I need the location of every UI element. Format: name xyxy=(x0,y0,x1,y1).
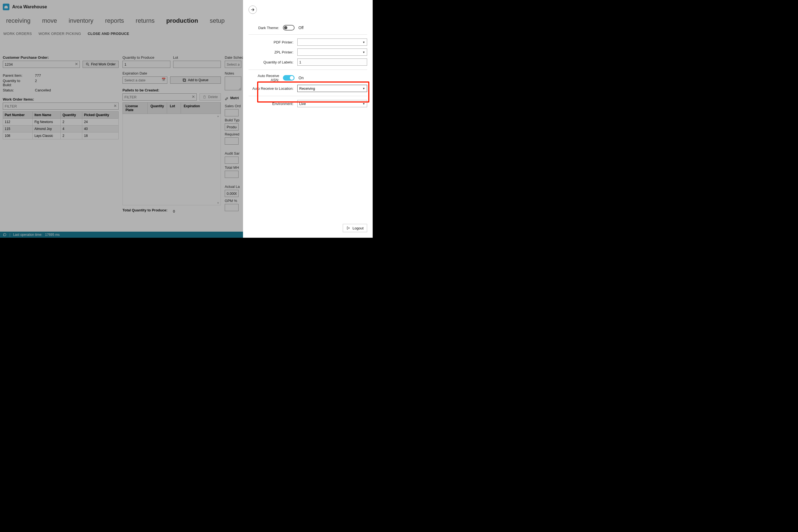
auto-asn-toggle[interactable] xyxy=(283,75,294,81)
queue-icon xyxy=(182,78,186,82)
notes-input[interactable] xyxy=(225,76,241,90)
logout-icon xyxy=(346,226,350,230)
qty-labels-input[interactable] xyxy=(297,58,367,66)
delete-button[interactable]: Delete xyxy=(200,93,221,100)
nav-receiving[interactable]: receiving xyxy=(6,17,31,24)
search-icon xyxy=(86,62,90,66)
audit-input[interactable] xyxy=(225,156,239,164)
close-drawer-button[interactable] xyxy=(249,5,257,14)
dark-theme-label: Dark Theme: xyxy=(258,26,279,30)
arrow-right-icon xyxy=(250,7,255,12)
th-quantity[interactable]: Quantity xyxy=(61,112,82,119)
sales-order-input[interactable] xyxy=(225,109,239,116)
find-work-order-button[interactable]: Find Work Order xyxy=(82,61,119,68)
nav-setup[interactable]: setup xyxy=(210,17,225,24)
op-time-label: Last operation time: xyxy=(13,233,42,236)
lot-label: Lot xyxy=(173,55,221,60)
caret-down-icon: ▼ xyxy=(362,87,365,90)
logout-button[interactable]: Logout xyxy=(343,224,367,232)
dark-theme-toggle[interactable] xyxy=(283,25,294,31)
dark-theme-state: Off xyxy=(299,25,309,30)
actual-la-input[interactable] xyxy=(225,190,239,197)
subnav-close-produce[interactable]: CLOSE AND PRODUCE xyxy=(88,32,129,36)
nav-returns[interactable]: returns xyxy=(136,17,155,24)
total-qty-label: Total Quantity to Produce: xyxy=(122,208,167,212)
date-scheduled-input[interactable] xyxy=(225,61,241,68)
settings-drawer: Dark Theme: Off PDF Printer: ▼ ZPL Print… xyxy=(243,0,373,238)
app-title: Arca Warehouse xyxy=(12,4,47,10)
trash-icon xyxy=(203,95,206,99)
clear-icon[interactable]: ✕ xyxy=(192,94,195,99)
exp-date-label: Expiration Date xyxy=(122,71,221,75)
auto-asn-state: On xyxy=(299,76,309,80)
pallets-body[interactable]: ▲ ▼ xyxy=(122,114,221,205)
clear-icon[interactable]: ✕ xyxy=(75,62,78,66)
zpl-printer-label: ZPL Printer: xyxy=(274,50,293,54)
cpo-label: Customer Purchase Order: xyxy=(3,55,119,60)
nav-inventory[interactable]: inventory xyxy=(69,17,93,24)
pdf-printer-select[interactable]: ▼ xyxy=(297,39,367,46)
caret-down-icon: ▼ xyxy=(362,102,365,105)
qty-build-value: 2 xyxy=(35,79,37,87)
svg-line-1 xyxy=(88,65,89,66)
th-item-name[interactable]: Item Name xyxy=(33,112,61,119)
qty-produce-input[interactable] xyxy=(122,61,170,68)
table-row[interactable]: 112Fig Newtons224 xyxy=(3,119,119,126)
env-select[interactable]: Live ▼ xyxy=(297,100,367,107)
status-value: Cancelled xyxy=(35,88,51,92)
calendar-icon[interactable]: 📅 xyxy=(162,78,166,81)
work-order-items-table: Part Number Item Name Quantity Picked Qu… xyxy=(3,111,119,139)
total-qty-value: 0 xyxy=(173,209,175,213)
caret-down-icon: ▼ xyxy=(362,51,365,54)
woi-filter-input[interactable] xyxy=(3,102,119,110)
app-logo xyxy=(3,4,10,10)
nav-reports[interactable]: reports xyxy=(105,17,124,24)
auto-loc-select[interactable]: Receiving ▼ xyxy=(297,85,367,92)
qty-build-label: Quantity to Build: xyxy=(3,79,30,87)
lot-input[interactable] xyxy=(173,61,221,68)
exp-date-input[interactable] xyxy=(122,76,167,84)
zpl-printer-select[interactable]: ▼ xyxy=(297,49,367,56)
woi-label: Work Order Items: xyxy=(3,97,119,101)
th-lot[interactable]: Lot xyxy=(167,102,181,114)
pallets-filter-input[interactable] xyxy=(122,93,197,100)
parent-item-label: Parent Item: xyxy=(3,73,30,78)
subnav-work-orders[interactable]: WORK ORDERS xyxy=(3,32,32,36)
warehouse-icon xyxy=(4,5,8,9)
pdf-printer-label: PDF Printer: xyxy=(273,40,293,44)
edit-icon xyxy=(225,97,229,100)
op-time-value: 17695 ms xyxy=(45,233,60,236)
scroll-down-icon[interactable]: ▼ xyxy=(217,202,220,205)
clear-icon[interactable]: ✕ xyxy=(114,103,117,108)
cpo-input[interactable] xyxy=(3,61,80,68)
status-bar: | Last operation time: 17695 ms xyxy=(0,232,243,238)
subnav-wo-picking[interactable]: WORK ORDER PICKING xyxy=(39,32,81,36)
env-label: Environment: xyxy=(272,102,293,106)
qty-labels-label: Quantity of Labels: xyxy=(264,60,293,64)
metrics-label: Metri xyxy=(230,96,239,100)
th-picked-qty[interactable]: Picked Quantity xyxy=(82,112,119,119)
th-quantity[interactable]: Quantity xyxy=(148,102,167,114)
status-label: Status: xyxy=(3,88,30,92)
nav-production[interactable]: production xyxy=(166,17,198,24)
refresh-icon[interactable] xyxy=(3,233,7,236)
th-part-number[interactable]: Part Number xyxy=(3,112,33,119)
auto-loc-label: Auto Receive to Location: xyxy=(252,87,293,91)
table-row[interactable]: 115Almond Joy440 xyxy=(3,126,119,132)
svg-point-0 xyxy=(86,63,88,65)
required-input[interactable] xyxy=(225,137,239,145)
add-to-queue-button[interactable]: Add to Queue xyxy=(170,76,221,84)
parent-item-value: 777 xyxy=(35,73,41,78)
th-license-plate[interactable]: License Plate xyxy=(123,102,148,114)
total-mh-input[interactable] xyxy=(225,171,239,178)
caret-down-icon: ▼ xyxy=(362,41,365,44)
build-type-input[interactable] xyxy=(225,123,239,131)
pallets-label: Pallets to be Created: xyxy=(122,88,221,92)
qty-produce-label: Quantity to Produce xyxy=(122,55,170,60)
table-row[interactable]: 108Lays Classic218 xyxy=(3,132,119,139)
th-expiration[interactable]: Expiration xyxy=(181,102,221,114)
scroll-up-icon[interactable]: ▲ xyxy=(217,114,220,117)
auto-asn-label: Auto Receive ASN: xyxy=(249,74,279,82)
nav-move[interactable]: move xyxy=(42,17,57,24)
gpm-input[interactable] xyxy=(225,204,239,211)
